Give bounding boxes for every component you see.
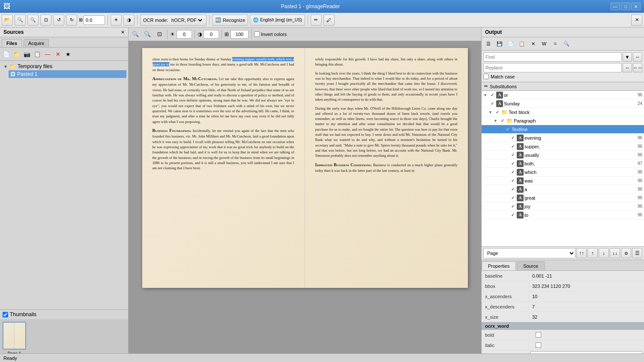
checkbox-both[interactable]: ✓ <box>510 161 516 167</box>
output-layout-btn[interactable]: ☰ <box>483 39 494 49</box>
refresh-button[interactable]: ↺ <box>53 15 64 26</box>
word-row-sunday[interactable]: ✓ A Sunday 24 <box>482 99 644 108</box>
prop-row-baseline: baseline 0.001 -11 <box>482 271 644 281</box>
add-button[interactable]: 📄 <box>2 49 11 59</box>
checkbox-was[interactable]: ✓ <box>510 178 516 184</box>
word-row-was[interactable]: ✓ A was 96 <box>482 177 644 185</box>
word-row-usually[interactable]: ✓ A usually 96 <box>482 151 644 159</box>
zoom-out-button[interactable]: 🔍 <box>15 15 26 26</box>
word-row-which[interactable]: ✓ A which 96 <box>482 168 644 177</box>
match-case-checkbox[interactable] <box>483 74 489 79</box>
tab-acquire[interactable]: Acquire <box>24 39 49 47</box>
output-clear-btn[interactable]: ✕ <box>528 39 538 49</box>
thumbnails-header[interactable]: Thumbnails <box>0 310 128 319</box>
nav-settings-btn[interactable]: ⚙ <box>621 248 631 258</box>
invert-checkbox[interactable] <box>254 31 260 37</box>
output-copy-btn[interactable]: 📋 <box>517 39 527 49</box>
img-fit[interactable]: ⊡ <box>154 29 165 39</box>
angle-input[interactable]: 0.0 <box>84 15 105 25</box>
word-row-great[interactable]: ✓ A great 96 <box>482 194 644 202</box>
nav-layout-btn[interactable]: ☰ <box>632 248 642 258</box>
checkbox-or[interactable]: ✓ <box>489 92 495 98</box>
fit-button[interactable]: ⊡ <box>40 15 51 26</box>
zoom-input[interactable] <box>231 30 249 39</box>
star-button[interactable]: ★ <box>63 49 73 59</box>
checkbox-supper[interactable]: ✓ <box>510 144 516 150</box>
checkbox-to[interactable]: ✓ <box>510 212 516 218</box>
zoom-in-button[interactable]: 🔍 <box>27 15 39 26</box>
maximize-button[interactable]: □ <box>621 3 630 10</box>
tab-files[interactable]: Files <box>2 39 22 47</box>
nav-first-btn[interactable]: ↑↑ <box>576 248 587 258</box>
tab-source[interactable]: Source <box>517 261 545 270</box>
sources-close-icon[interactable]: ✕ <box>121 30 125 35</box>
open-button[interactable]: 📂 <box>2 15 13 26</box>
page-select[interactable]: Page <box>483 248 575 258</box>
contrast-input[interactable] <box>204 30 219 39</box>
output-word-btn[interactable]: W <box>539 39 549 49</box>
checkbox-a[interactable]: ✓ <box>510 186 516 192</box>
word-row-evening[interactable]: ✓ A evening 96 <box>482 134 644 142</box>
find-next-btn[interactable]: ▼ <box>623 52 632 62</box>
recognize-button[interactable]: 🔤 Recognize <box>212 15 248 26</box>
find-replace-btn[interactable]: ↔ <box>633 52 642 62</box>
checkbox-joy[interactable]: ✓ <box>510 203 516 209</box>
output-save-btn[interactable]: 💾 <box>494 39 505 49</box>
word-row-or[interactable]: ▼ ✓ A or 96 <box>482 91 644 99</box>
output-zoom-btn[interactable]: 🔍 <box>561 39 572 49</box>
thumbnails-checkbox[interactable] <box>3 312 8 317</box>
checkbox-paragraph[interactable]: ✓ <box>500 118 506 124</box>
italic-checkbox[interactable] <box>536 342 541 348</box>
checkbox-evening[interactable]: ✓ <box>510 135 516 141</box>
img-zoom-out[interactable]: 🔍 <box>130 29 141 39</box>
minimize-button[interactable]: — <box>611 3 620 10</box>
word-row-textline[interactable]: — ✓ Textline <box>482 125 644 134</box>
find-input[interactable] <box>483 52 622 62</box>
checkbox-which[interactable]: ✓ <box>510 169 516 175</box>
remove-button[interactable]: — <box>43 49 52 59</box>
checkbox-sunday[interactable]: ✓ <box>489 101 495 107</box>
nav-prev-btn[interactable]: ↑ <box>587 248 598 258</box>
replace-btn[interactable]: ↔ <box>623 63 632 72</box>
word-row-joy[interactable]: ✓ A joy 96 <box>482 202 644 211</box>
tab-properties[interactable]: Properties <box>482 261 516 270</box>
output-link-btn[interactable]: = <box>550 39 560 49</box>
edit-button[interactable]: ✏ <box>311 15 322 26</box>
checkbox-great[interactable]: ✓ <box>510 195 516 201</box>
replace-all-btn[interactable]: ↔↔ <box>633 63 642 72</box>
screenshot-button[interactable]: 📷 <box>22 49 32 59</box>
word-row-paragraph[interactable]: ▼ ✓ 📁 Paragraph <box>482 117 644 125</box>
checkbox-textline[interactable]: ✓ <box>505 126 511 132</box>
word-row-textblock[interactable]: ▼ ✓ 📁 Text block <box>482 108 644 117</box>
tree-item-pasted1[interactable]: 🖼 Pasted 1 <box>9 70 126 78</box>
img-zoom-in[interactable]: 🔍 <box>142 29 153 39</box>
tree-item-temporary[interactable]: ▼ 📁 Temporary files <box>2 63 126 70</box>
add-folder-button[interactable]: 📁 <box>12 49 21 59</box>
nav-last-btn[interactable]: ↓↓ <box>610 248 620 258</box>
nav-next-btn[interactable]: ↓ <box>599 248 609 258</box>
draw-button[interactable]: 🖊 <box>323 15 335 26</box>
close-button[interactable]: ✕ <box>631 3 641 10</box>
word-row-to[interactable]: ✓ A to 96 <box>482 211 644 219</box>
bold-checkbox[interactable] <box>536 332 541 338</box>
brightness-input[interactable] <box>177 30 192 39</box>
checkbox-usually[interactable]: ✓ <box>510 152 516 158</box>
paste-button[interactable]: 📋 <box>33 49 42 59</box>
word-row-supper[interactable]: ✓ A supper, 96 <box>482 142 644 151</box>
settings-button[interactable]: ✕ <box>631 15 642 26</box>
rotate-button[interactable]: ↻ <box>66 15 77 26</box>
clear-button[interactable]: ✕ <box>53 49 63 59</box>
contrast-button[interactable]: ◑ <box>123 15 135 26</box>
output-title: Output <box>485 29 502 35</box>
checkbox-textblock[interactable]: ✓ <box>494 109 500 115</box>
word-row-both[interactable]: ✓ A both, 97 <box>482 159 644 168</box>
ocr-mode-select[interactable]: hOCR, PDF <box>170 17 204 23</box>
output-toolbar: ☰ 💾 📄 📋 ✕ W = 🔍 <box>482 37 644 51</box>
word-row-a[interactable]: ✓ A a 96 <box>482 185 644 194</box>
output-save-as-btn[interactable]: 📄 <box>506 39 516 49</box>
folder-icon: 📁 <box>501 109 508 115</box>
language-button[interactable]: 🌐 English [eng] (en_US) <box>250 15 305 26</box>
text-icon: A <box>517 194 524 201</box>
brightness-button[interactable]: ☀ <box>111 15 122 26</box>
replace-input[interactable] <box>483 63 622 72</box>
